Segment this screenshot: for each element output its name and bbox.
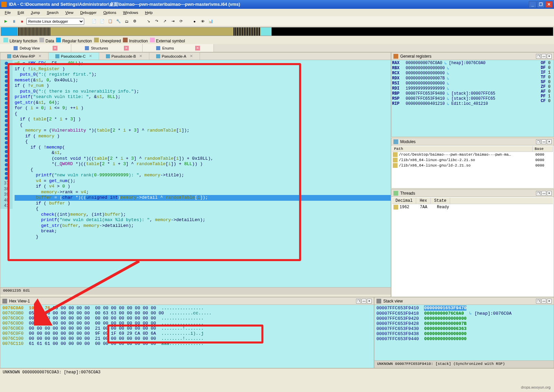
top-tab[interactable]: Enums✕: [143, 44, 214, 52]
hex-row[interactable]: 0076C0B0 05 00 00 00 00 00 00 00 00 63 6…: [2, 311, 372, 316]
legend-item: Library function: [3, 38, 37, 43]
menu-options[interactable]: Options: [100, 10, 119, 15]
hex-row[interactable]: 0076C110 61 61 61 00 00 00 00 00 00 00 0…: [2, 341, 372, 346]
close-icon[interactable]: ✕: [124, 46, 129, 51]
debugger-select[interactable]: Remote Linux debugger: [26, 18, 84, 25]
register-row[interactable]: RAX00000000076C0A0↳[heap]:0076C0A0: [392, 61, 553, 66]
pseudocode-view[interactable]: 3738394041 v6 = *MK_FP(__FS__, 40LL);if …: [0, 60, 391, 287]
run-button[interactable]: ▶: [2, 18, 10, 25]
panel-close[interactable]: ✕: [547, 139, 552, 144]
close-icon[interactable]: ✕: [53, 46, 57, 51]
stack-row[interactable]: 00007FFC653F9430 0000000000006363: [376, 326, 552, 331]
hex-row[interactable]: 0076C0A0 10 C2 76 00 00 00 00 00 00 00 0…: [2, 306, 372, 311]
register-row[interactable]: RDI1999999999999999↳: [392, 86, 553, 91]
menu-file[interactable]: File: [1, 10, 14, 15]
register-row[interactable]: RCX0000000000000000↳: [392, 71, 553, 76]
close-icon[interactable]: ✕: [190, 54, 193, 58]
hex-row[interactable]: 0076C0E0 00 00 00 00 00 00 00 00 21 00 0…: [2, 326, 372, 331]
stack-body[interactable]: 00007FFC653F9410 00000001653F947000007FF…: [374, 305, 554, 360]
panel-float[interactable]: ▭: [541, 139, 546, 144]
code-tab[interactable]: Pseudocode-C ✕: [49, 53, 99, 60]
module-icon: [393, 158, 398, 162]
watches[interactable]: 👁: [199, 18, 206, 25]
panel-close[interactable]: ✕: [547, 54, 552, 59]
stop-button[interactable]: ■: [18, 18, 26, 25]
step-over[interactable]: ↷: [153, 18, 160, 25]
panel-float[interactable]: ▭: [541, 299, 546, 303]
stack-row[interactable]: 00007FFC653F9438 0000000000000000: [376, 331, 552, 336]
panel-restore[interactable]: ❐: [536, 299, 541, 303]
module-row[interactable]: /root/Desktop/baimao---pwn-master/baimao…: [392, 152, 553, 157]
menu-view[interactable]: View: [62, 10, 77, 15]
breakpoint[interactable]: ●: [191, 18, 198, 25]
hex-row[interactable]: 0076C0D0 00 00 00 00 00 00 00 00 00 00 0…: [2, 321, 372, 326]
panel-restore[interactable]: ❐: [536, 191, 541, 196]
thread-row[interactable]: 19627AAReady: [392, 204, 553, 210]
stack-row[interactable]: 00007FFC653F9418 00000000076C0A0 ↳ [heap…: [376, 311, 552, 316]
panel-close[interactable]: ✕: [547, 299, 552, 303]
registers-body[interactable]: RAX00000000076C0A0↳[heap]:0076C0A0RBX000…: [391, 60, 554, 137]
close-button[interactable]: ✕: [545, 1, 553, 8]
app-icon: [1, 2, 7, 7]
code-tab[interactable]: IDA View-RIP ✕: [0, 53, 49, 60]
menu-windows[interactable]: Windows: [119, 10, 142, 15]
register-row[interactable]: RBP00007FFC653F9480↳[stack]:00007FFC65: [392, 91, 553, 96]
menu-help[interactable]: Help: [142, 10, 156, 15]
pause-button[interactable]: ⏸: [10, 18, 18, 25]
close-icon[interactable]: ✕: [89, 54, 92, 58]
hex-body[interactable]: 0076C0A0 10 C2 76 00 00 00 00 00 00 00 0…: [0, 305, 374, 368]
top-tab[interactable]: Debug View✕: [0, 44, 71, 52]
register-row[interactable]: RDX000000000000007B↳: [392, 76, 553, 81]
panel-close[interactable]: ✕: [367, 299, 372, 303]
module-row[interactable]: /lib/x86_64-linux-gnu/ld-2.21.so0000: [392, 163, 553, 168]
register-row[interactable]: RBX0000000000000000↳: [392, 66, 553, 71]
stack-row[interactable]: 00007FFC653F9420 0000000000000000: [376, 316, 552, 321]
stack-row[interactable]: 00007FFC653F9410 00000001653F9470: [376, 306, 552, 311]
navigation-band[interactable]: [1, 27, 553, 36]
register-row[interactable]: RIP0000000000401210↳Edit:loc_401210: [392, 101, 553, 106]
stack-row[interactable]: 00007FFC653F9428 000000000000007B: [376, 321, 552, 326]
hex-row[interactable]: 0076C0C0 00 00 00 00 00 00 00 00 00 00 0…: [2, 316, 372, 321]
minimize-button[interactable]: _: [529, 1, 536, 8]
panel-float[interactable]: ▭: [541, 54, 546, 59]
register-row[interactable]: RSI0000000000000000↳: [392, 81, 553, 86]
run-to[interactable]: ⇥: [169, 18, 177, 25]
tool-a[interactable]: 📄: [90, 18, 98, 25]
maximize-button[interactable]: ❐: [537, 1, 544, 8]
stack-row[interactable]: 00007FFC653F9440 0000000000000000: [376, 336, 552, 341]
code-tab[interactable]: Pseudocode-B ✕: [99, 53, 149, 60]
step-out[interactable]: ↗: [161, 18, 168, 25]
top-tab[interactable]: Structures✕: [71, 44, 143, 52]
panel-restore[interactable]: ❐: [356, 299, 361, 303]
close-icon[interactable]: ✕: [139, 54, 142, 58]
tool-f[interactable]: ⚙: [131, 18, 138, 25]
module-row[interactable]: /lib/x86_64-linux-gnu/libc-2.21.so0000: [392, 157, 553, 163]
register-row[interactable]: RSP00007FFC653F9410↳[stack]:00007FFC65: [392, 96, 553, 101]
tab-icon: [156, 54, 160, 58]
panel-restore[interactable]: ❐: [536, 139, 541, 144]
panel-close[interactable]: ✕: [547, 191, 552, 196]
menu-search[interactable]: Search: [43, 10, 62, 15]
panel-float[interactable]: ▭: [362, 299, 366, 303]
hex-row[interactable]: 0076C0F0 00 00 00 00 00 00 00 00 9F 09 1…: [2, 331, 372, 336]
menu-debugger[interactable]: Debugger: [77, 10, 100, 15]
tool-b[interactable]: 📄: [98, 18, 106, 25]
tool-c[interactable]: 📋: [107, 18, 114, 25]
close-icon[interactable]: ✕: [195, 46, 200, 51]
step-into[interactable]: ↘: [145, 18, 152, 25]
menu-jump[interactable]: Jump: [27, 10, 43, 15]
panel-float[interactable]: ▭: [541, 191, 546, 196]
close-icon[interactable]: ✕: [38, 54, 41, 58]
trace[interactable]: 📊: [207, 18, 215, 25]
modules-body[interactable]: PathBase/root/Desktop/baimao---pwn-maste…: [391, 145, 554, 188]
tool-e[interactable]: 🗂: [123, 18, 130, 25]
tab-icon: [85, 46, 89, 50]
continue[interactable]: ⟳: [177, 18, 185, 25]
hex-row[interactable]: 0076C100 00 00 00 00 00 00 00 00 21 00 0…: [2, 336, 372, 341]
legend-item: Data: [39, 38, 54, 43]
threads-body[interactable]: DecimalHexState19627AAReady: [391, 197, 554, 297]
tool-d[interactable]: 🔧: [115, 18, 122, 25]
code-tab[interactable]: Pseudocode-A ✕: [149, 53, 200, 60]
menu-edit[interactable]: Edit: [14, 10, 27, 15]
panel-restore[interactable]: ❐: [536, 54, 541, 59]
